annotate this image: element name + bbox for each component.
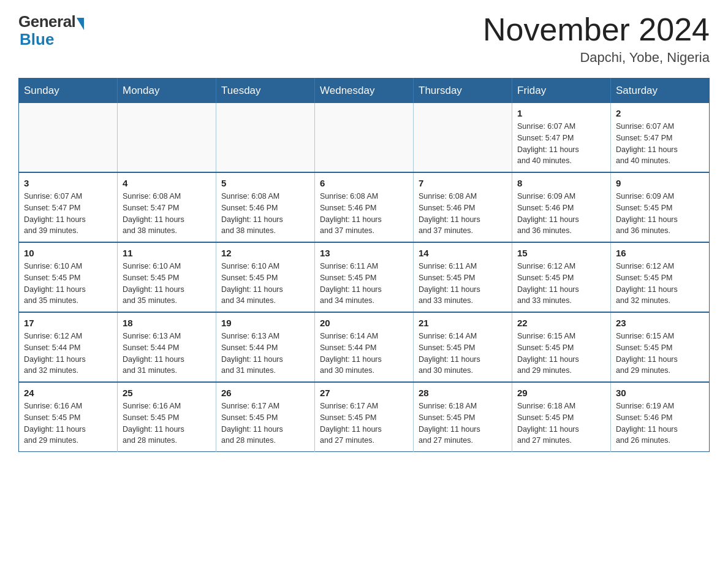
title-area: November 2024 Dapchi, Yobe, Nigeria [483, 12, 710, 66]
calendar-cell: 18Sunrise: 6:13 AM Sunset: 5:44 PM Dayli… [118, 312, 216, 382]
calendar-cell [414, 103, 512, 172]
day-number: 13 [320, 248, 408, 258]
calendar-week-1: 1Sunrise: 6:07 AM Sunset: 5:47 PM Daylig… [19, 103, 710, 172]
calendar-cell: 7Sunrise: 6:08 AM Sunset: 5:46 PM Daylig… [414, 172, 512, 242]
day-number: 26 [221, 388, 309, 398]
calendar-cell [118, 103, 216, 172]
calendar-cell: 9Sunrise: 6:09 AM Sunset: 5:45 PM Daylig… [611, 172, 710, 242]
day-number: 14 [419, 248, 507, 258]
day-info: Sunrise: 6:15 AM Sunset: 5:45 PM Dayligh… [517, 331, 605, 377]
day-info: Sunrise: 6:07 AM Sunset: 5:47 PM Dayligh… [616, 121, 704, 167]
calendar-cell: 30Sunrise: 6:19 AM Sunset: 5:46 PM Dayli… [611, 382, 710, 452]
logo: General Blue [18, 12, 84, 49]
calendar-cell: 4Sunrise: 6:08 AM Sunset: 5:47 PM Daylig… [118, 172, 216, 242]
calendar-cell: 1Sunrise: 6:07 AM Sunset: 5:47 PM Daylig… [512, 103, 611, 172]
calendar-cell: 16Sunrise: 6:12 AM Sunset: 5:45 PM Dayli… [611, 242, 710, 312]
day-info: Sunrise: 6:12 AM Sunset: 5:45 PM Dayligh… [517, 261, 605, 307]
day-number: 3 [24, 178, 112, 188]
calendar-week-2: 3Sunrise: 6:07 AM Sunset: 5:47 PM Daylig… [19, 172, 710, 242]
calendar-cell: 23Sunrise: 6:15 AM Sunset: 5:45 PM Dayli… [611, 312, 710, 382]
calendar-cell: 20Sunrise: 6:14 AM Sunset: 5:44 PM Dayli… [315, 312, 414, 382]
calendar-header-saturday: Saturday [611, 79, 710, 104]
day-number: 10 [24, 248, 112, 258]
day-number: 6 [320, 178, 408, 188]
day-number: 27 [320, 388, 408, 398]
calendar-header-thursday: Thursday [414, 79, 512, 104]
calendar-cell [315, 103, 414, 172]
day-info: Sunrise: 6:10 AM Sunset: 5:45 PM Dayligh… [221, 261, 309, 307]
day-info: Sunrise: 6:08 AM Sunset: 5:47 PM Dayligh… [123, 191, 211, 237]
day-info: Sunrise: 6:10 AM Sunset: 5:45 PM Dayligh… [123, 261, 211, 307]
day-number: 28 [419, 388, 507, 398]
day-info: Sunrise: 6:18 AM Sunset: 5:45 PM Dayligh… [517, 400, 605, 446]
day-number: 30 [616, 388, 704, 398]
calendar-week-3: 10Sunrise: 6:10 AM Sunset: 5:45 PM Dayli… [19, 242, 710, 312]
day-info: Sunrise: 6:16 AM Sunset: 5:45 PM Dayligh… [123, 400, 211, 446]
calendar-cell: 2Sunrise: 6:07 AM Sunset: 5:47 PM Daylig… [611, 103, 710, 172]
calendar-week-5: 24Sunrise: 6:16 AM Sunset: 5:45 PM Dayli… [19, 382, 710, 452]
day-number: 19 [221, 318, 309, 328]
day-info: Sunrise: 6:18 AM Sunset: 5:45 PM Dayligh… [419, 400, 507, 446]
calendar-cell [19, 103, 118, 172]
day-number: 5 [221, 178, 309, 188]
calendar-header-row: SundayMondayTuesdayWednesdayThursdayFrid… [19, 79, 710, 104]
day-info: Sunrise: 6:17 AM Sunset: 5:45 PM Dayligh… [320, 400, 408, 446]
day-info: Sunrise: 6:11 AM Sunset: 5:45 PM Dayligh… [320, 261, 408, 307]
day-number: 9 [616, 178, 704, 188]
day-info: Sunrise: 6:16 AM Sunset: 5:45 PM Dayligh… [24, 400, 112, 446]
day-info: Sunrise: 6:09 AM Sunset: 5:45 PM Dayligh… [616, 191, 704, 237]
calendar-cell: 11Sunrise: 6:10 AM Sunset: 5:45 PM Dayli… [118, 242, 216, 312]
day-info: Sunrise: 6:08 AM Sunset: 5:46 PM Dayligh… [221, 191, 309, 237]
calendar-cell: 19Sunrise: 6:13 AM Sunset: 5:44 PM Dayli… [216, 312, 315, 382]
day-info: Sunrise: 6:08 AM Sunset: 5:46 PM Dayligh… [320, 191, 408, 237]
calendar-cell: 24Sunrise: 6:16 AM Sunset: 5:45 PM Dayli… [19, 382, 118, 452]
day-number: 18 [123, 318, 211, 328]
calendar-cell: 27Sunrise: 6:17 AM Sunset: 5:45 PM Dayli… [315, 382, 414, 452]
logo-general-text: General [18, 12, 75, 31]
day-number: 12 [221, 248, 309, 258]
calendar-header-monday: Monday [118, 79, 216, 104]
day-info: Sunrise: 6:14 AM Sunset: 5:45 PM Dayligh… [419, 331, 507, 377]
calendar-cell: 26Sunrise: 6:17 AM Sunset: 5:45 PM Dayli… [216, 382, 315, 452]
day-info: Sunrise: 6:13 AM Sunset: 5:44 PM Dayligh… [221, 331, 309, 377]
day-number: 16 [616, 248, 704, 258]
calendar-cell: 29Sunrise: 6:18 AM Sunset: 5:45 PM Dayli… [512, 382, 611, 452]
day-info: Sunrise: 6:15 AM Sunset: 5:45 PM Dayligh… [616, 331, 704, 377]
page-title: November 2024 [483, 12, 710, 47]
day-info: Sunrise: 6:12 AM Sunset: 5:44 PM Dayligh… [24, 331, 112, 377]
calendar-cell: 5Sunrise: 6:08 AM Sunset: 5:46 PM Daylig… [216, 172, 315, 242]
day-number: 29 [517, 388, 605, 398]
day-number: 25 [123, 388, 211, 398]
calendar-cell [216, 103, 315, 172]
calendar-header-tuesday: Tuesday [216, 79, 315, 104]
day-info: Sunrise: 6:14 AM Sunset: 5:44 PM Dayligh… [320, 331, 408, 377]
day-number: 11 [123, 248, 211, 258]
day-number: 21 [419, 318, 507, 328]
calendar-cell: 10Sunrise: 6:10 AM Sunset: 5:45 PM Dayli… [19, 242, 118, 312]
logo-blue-text: Blue [20, 30, 54, 49]
day-info: Sunrise: 6:09 AM Sunset: 5:46 PM Dayligh… [517, 191, 605, 237]
day-number: 2 [616, 108, 704, 118]
day-info: Sunrise: 6:11 AM Sunset: 5:45 PM Dayligh… [419, 261, 507, 307]
calendar-cell: 13Sunrise: 6:11 AM Sunset: 5:45 PM Dayli… [315, 242, 414, 312]
day-number: 17 [24, 318, 112, 328]
day-number: 23 [616, 318, 704, 328]
day-info: Sunrise: 6:12 AM Sunset: 5:45 PM Dayligh… [616, 261, 704, 307]
calendar-cell: 25Sunrise: 6:16 AM Sunset: 5:45 PM Dayli… [118, 382, 216, 452]
calendar-cell: 6Sunrise: 6:08 AM Sunset: 5:46 PM Daylig… [315, 172, 414, 242]
day-number: 4 [123, 178, 211, 188]
calendar-cell: 28Sunrise: 6:18 AM Sunset: 5:45 PM Dayli… [414, 382, 512, 452]
day-number: 8 [517, 178, 605, 188]
calendar-cell: 8Sunrise: 6:09 AM Sunset: 5:46 PM Daylig… [512, 172, 611, 242]
page-subtitle: Dapchi, Yobe, Nigeria [483, 50, 710, 66]
day-number: 15 [517, 248, 605, 258]
calendar-cell: 14Sunrise: 6:11 AM Sunset: 5:45 PM Dayli… [414, 242, 512, 312]
day-info: Sunrise: 6:19 AM Sunset: 5:46 PM Dayligh… [616, 400, 704, 446]
calendar-cell: 17Sunrise: 6:12 AM Sunset: 5:44 PM Dayli… [19, 312, 118, 382]
day-info: Sunrise: 6:10 AM Sunset: 5:45 PM Dayligh… [24, 261, 112, 307]
calendar-cell: 15Sunrise: 6:12 AM Sunset: 5:45 PM Dayli… [512, 242, 611, 312]
day-info: Sunrise: 6:17 AM Sunset: 5:45 PM Dayligh… [221, 400, 309, 446]
day-info: Sunrise: 6:07 AM Sunset: 5:47 PM Dayligh… [24, 191, 112, 237]
calendar-table: SundayMondayTuesdayWednesdayThursdayFrid… [18, 78, 710, 452]
calendar-header-friday: Friday [512, 79, 611, 104]
